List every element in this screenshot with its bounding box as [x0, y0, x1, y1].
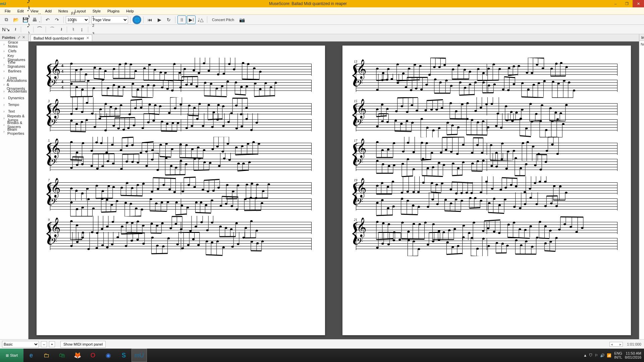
palette-beam-properties[interactable]: ›Beam Properties	[0, 128, 28, 135]
voice-button-1[interactable]: 2	[90, 21, 96, 29]
tray-icon-2[interactable]: ⚐	[595, 353, 598, 358]
workspace-select[interactable]: BasicAdvanced	[2, 341, 39, 348]
svg-point-920	[529, 103, 532, 105]
horizontal-scrollbar[interactable]: ◂▸	[609, 342, 623, 347]
svg-point-1271	[544, 205, 547, 207]
accidental-button-1[interactable]: ♯	[69, 17, 77, 25]
duration-button-2[interactable]: 𝅘𝅥𝅰	[23, 13, 31, 21]
palette-clefs[interactable]: ›Clefs	[0, 48, 28, 54]
play-repeats-button[interactable]: ▶⁞	[187, 15, 196, 24]
show-midi-import-button[interactable]: Show MIDI import panel	[60, 341, 106, 348]
community-icon[interactable]: 🌐	[132, 15, 141, 24]
taskbar-app-chrome[interactable]: ◉	[101, 349, 116, 362]
tray-icon-0[interactable]: ▲	[583, 353, 587, 358]
score-viewport[interactable]: 𝄔𝄞44𝄢443𝄔𝄞𝄢5𝄔𝄞𝄢7𝄔𝄞𝄢9𝄔𝄞𝄢 13𝄔𝄞𝄢15𝄔𝄞𝄢17𝄔𝄞𝄢1…	[29, 42, 639, 339]
metronome-button[interactable]: ♩△	[196, 15, 205, 24]
svg-point-38	[173, 63, 176, 65]
menu-add[interactable]: Add	[42, 7, 55, 14]
undo-button[interactable]: ↶	[43, 15, 52, 24]
taskbar-app-musescore[interactable]: mU	[131, 349, 147, 362]
svg-point-134	[240, 86, 243, 88]
separator	[143, 16, 144, 23]
palette-barlines[interactable]: ›Barlines	[0, 68, 28, 74]
taskbar-app-explorer[interactable]: 🗀	[39, 349, 54, 362]
taskbar-app-skype[interactable]: S	[116, 349, 131, 362]
svg-point-679	[167, 238, 170, 239]
menu-file[interactable]: File	[1, 7, 14, 14]
svg-point-713	[261, 241, 264, 242]
flip-button[interactable]: ↕	[78, 25, 86, 34]
screenshot-button[interactable]: 📷	[237, 15, 246, 24]
menu-plugins[interactable]: Plugins	[104, 7, 123, 14]
palette-time-signatures[interactable]: ›Time Signatures	[0, 61, 28, 68]
tab-close-icon[interactable]: ✕	[86, 36, 89, 40]
tray-date[interactable]: 8/01/2016	[625, 355, 641, 359]
svg-point-664	[125, 245, 127, 247]
accidental-button-2[interactable]: ♮	[69, 25, 77, 34]
rewind-button[interactable]: ⏮	[146, 15, 154, 24]
new-button[interactable]: ⧉	[2, 15, 11, 24]
start-button[interactable]: ⊞ Start	[0, 349, 23, 362]
tray-icon-4[interactable]: 📶	[607, 353, 611, 358]
taskbar-app-firefox[interactable]: 🦊	[70, 349, 85, 362]
concert-pitch-button[interactable]: Concert Pitch	[209, 15, 237, 24]
palette-key-signatures[interactable]: ›Key Signatures	[0, 54, 28, 61]
open-button[interactable]: 📂	[11, 15, 20, 24]
chevron-right-icon: ›	[3, 49, 6, 53]
svg-point-983	[506, 120, 508, 121]
tray-icon-3[interactable]: 🔊	[600, 353, 605, 358]
palette-grace-notes[interactable]: ›Grace Notes	[0, 41, 28, 48]
svg-point-1074	[376, 160, 379, 162]
svg-point-830	[488, 85, 490, 86]
palettes-close-icon[interactable]: ✕	[21, 35, 26, 40]
tie-button[interactable]: ⌒	[48, 25, 56, 34]
palette-repeats-jumps[interactable]: ›Repeats & Jumps	[0, 115, 28, 121]
workspace-add-button[interactable]: +	[49, 341, 55, 347]
svg-point-252	[161, 121, 163, 123]
tray-icon-1[interactable]: ⛉	[589, 353, 593, 358]
svg-point-2	[75, 69, 77, 71]
play-panel-button[interactable]: ⁞⁞	[177, 15, 186, 24]
play-button[interactable]: ▶	[155, 15, 164, 24]
svg-point-276	[227, 121, 230, 123]
workspace-remove-button[interactable]: –	[41, 341, 47, 347]
svg-point-855	[557, 83, 560, 84]
taskbar-app-opera[interactable]: O	[85, 349, 101, 362]
close-button[interactable]: ✕	[633, 0, 644, 7]
palette-breaks-spacers[interactable]: ›Breaks & Spacers	[0, 121, 28, 128]
redo-button[interactable]: ↷	[53, 15, 61, 24]
duration-extra-button-1[interactable]: ·	[36, 17, 44, 25]
accidental-button-0[interactable]: ♯♯	[69, 9, 77, 17]
tray-time[interactable]: 11:50 AM	[625, 351, 641, 355]
duration-extra-button-0[interactable]: ··	[36, 9, 44, 17]
palette-text[interactable]: ›Text	[0, 108, 28, 115]
svg-point-1401	[506, 245, 508, 247]
menu-help[interactable]: Help	[123, 7, 137, 14]
taskbar-app-store[interactable]: 🛍	[54, 349, 70, 362]
note-input-button[interactable]: N↘	[2, 25, 10, 34]
palette-articulations-ornaments[interactable]: ›Articulations & Ornaments	[0, 81, 28, 88]
duration-extra-button-2[interactable]: ⁀	[36, 25, 44, 34]
rest-button[interactable]: 𝄽	[57, 25, 65, 34]
loop-button[interactable]: ↻	[164, 15, 173, 24]
svg-point-553	[211, 200, 213, 201]
voice-button-0[interactable]: 1	[90, 13, 96, 21]
duration-button-1[interactable]: 𝅘𝅥𝅱	[23, 5, 31, 13]
svg-point-310	[126, 145, 128, 147]
view-mode-select[interactable]: Page ViewContinuous View	[91, 16, 128, 23]
svg-point-1255	[498, 204, 501, 206]
tray-lang1[interactable]: ENG	[614, 351, 622, 355]
palette-dynamics[interactable]: ›Dynamics	[0, 95, 28, 101]
document-tab[interactable]: Ballad Midi quantized in reaper ✕	[31, 35, 92, 41]
palettes-undock-icon[interactable]: ⤢	[17, 35, 21, 40]
tray-lang2[interactable]: INTL	[614, 355, 622, 359]
taskbar-app-ie[interactable]: e	[23, 349, 39, 362]
svg-point-423	[243, 163, 245, 165]
minimize-button[interactable]: –	[610, 0, 621, 7]
rest-mode-icon[interactable]: 𝄽	[11, 25, 19, 34]
palette-tempo[interactable]: ›Tempo	[0, 101, 28, 108]
svg-point-745	[458, 65, 460, 66]
duration-button-3[interactable]: 𝅘𝅥𝅯	[23, 21, 31, 29]
maximize-button[interactable]: ❐	[621, 0, 633, 7]
duration-button-0[interactable]: 𝅘𝅥𝅲	[23, 0, 31, 5]
